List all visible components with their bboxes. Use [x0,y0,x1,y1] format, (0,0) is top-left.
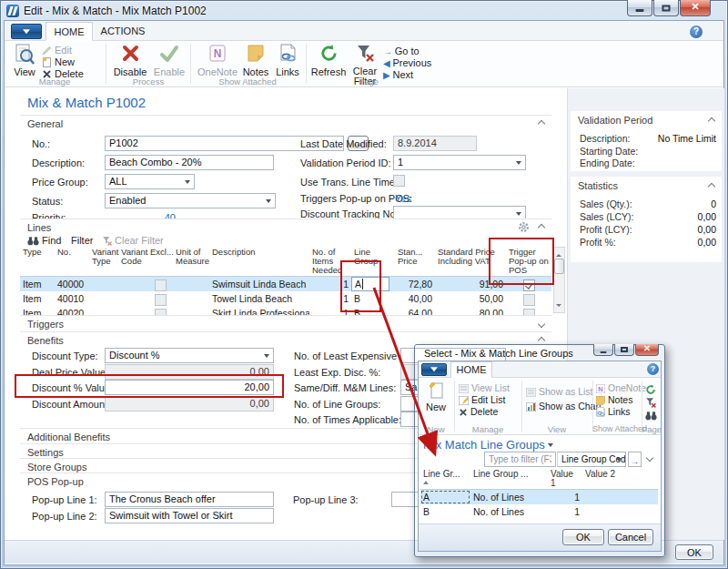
popup-show-as-list-button[interactable]: Show as List [526,386,593,398]
section-header-lines[interactable]: Lines [20,218,551,234]
popup-application-menu-button[interactable] [421,363,447,376]
close-button[interactable]: ✕ [680,0,711,16]
tab-home[interactable]: HOME [46,22,93,41]
main-ok-button[interactable]: OK [675,544,713,560]
maximize-button[interactable] [653,0,679,16]
col-stan-price[interactable]: Stan... Price [395,247,435,277]
minimize-button[interactable] [627,0,652,16]
links-button[interactable]: Links [273,44,302,77]
popup-filter-input[interactable] [484,452,556,467]
fb-sales-lcy-value[interactable]: 0,00 [698,211,716,222]
popup-minimize-button[interactable] [593,344,613,356]
new-button[interactable]: New [42,56,75,68]
status-select[interactable]: Enabled [105,193,276,208]
col-trigger-popup[interactable]: Trigger Pop-up on POS [506,247,551,277]
popup-view-list-button[interactable]: View List [459,382,510,394]
popup-page-title: Mix Match Line Groups [423,438,553,452]
popup-table-row[interactable]: B No. of Lines 1 [420,504,658,519]
enable-button[interactable]: Enable [151,44,187,77]
lines-filter-button[interactable]: Filter [71,235,93,247]
triggers-popup-value[interactable]: Yes [395,193,411,205]
use-trans-checkbox[interactable] [393,175,405,187]
line-group-editor[interactable]: A [351,277,389,291]
lines-clear-filter-button[interactable]: Clear Filter [102,235,164,247]
popup-find-button[interactable] [645,408,657,424]
col-variant-code[interactable]: Variant Code [118,247,147,277]
col-description[interactable]: Description [209,247,309,277]
popup-new-button[interactable]: New [421,381,450,412]
popup-delete-button[interactable]: Delete [459,406,498,418]
trigger-checkbox[interactable] [523,279,535,291]
collapse-lines-icon[interactable] [538,224,545,231]
edit-button[interactable]: Edit [42,45,72,56]
col-type[interactable]: Type [20,247,55,277]
view-button[interactable]: View [9,44,40,77]
popup-show-as-chart-button[interactable]: Show as Chart [526,401,602,412]
scroll-up-icon[interactable] [556,251,561,257]
popup-col-value1[interactable]: Value 1 [548,469,582,490]
discount-type-select[interactable]: Discount % [105,348,274,363]
col-line-group[interactable]: Line Group [351,247,395,277]
popup-notes-button[interactable]: Notes [596,394,632,406]
popup-filter-go-button[interactable]: → [628,452,642,467]
application-menu-button[interactable] [11,24,42,39]
description-field[interactable]: Beach Combo - 20% [105,155,274,170]
collapse-validation-period-icon[interactable] [708,117,715,125]
new-icon [421,381,450,400]
table-row[interactable]: Item40000 Swimsuit Linda Beach 1 A 72,80… [20,277,551,292]
popup-onenote-button[interactable]: NOneNote [596,382,646,394]
discount-pct-field[interactable]: 20,00 [105,380,274,395]
disable-button[interactable]: Disable [111,44,149,77]
col-price-vat[interactable]: Standard Price Including VAT [435,247,506,277]
popup-filter-field-select[interactable]: Line Group Code [557,452,626,467]
tab-actions[interactable]: ACTIONS [95,22,151,41]
previous-icon: ◀ [383,58,392,68]
refresh-button[interactable]: Refresh [309,44,348,77]
popup-maximize-button[interactable] [614,344,634,356]
collapse-statistics-icon[interactable] [708,183,715,190]
fb-sales-qty-value[interactable]: 0 [711,198,716,209]
goto-button[interactable]: → Go to [383,46,420,57]
notes-button[interactable]: Notes [240,44,271,77]
popup-line1-field[interactable]: The Cronus Beach offer [105,492,274,507]
lines-find-button[interactable]: Find [27,235,61,247]
help-icon[interactable]: ? [690,25,703,38]
excl-checkbox[interactable] [155,279,167,291]
col-excl[interactable]: Excl... [147,247,173,277]
previous-button[interactable]: ◀ Previous [383,57,431,69]
col-items-needed[interactable]: No. of Items Needed [309,247,351,277]
popup-tab-home[interactable]: HOME [450,361,492,378]
col-no[interactable]: No. [55,247,89,277]
price-group-select[interactable]: ALL [105,174,195,189]
lines-header-row[interactable]: Type No. Variant Type Variant Code Excl.… [20,247,551,277]
onenote-button[interactable]: N OneNote [195,44,240,77]
popup-col-line-group-type[interactable]: Line Group ... [470,469,548,490]
popup-links-button[interactable]: Links [596,406,631,418]
popup-ok-button[interactable]: OK [562,529,604,545]
popup-edit-list-button[interactable]: Edit List [459,394,505,406]
scroll-down-icon[interactable] [556,304,561,310]
popup-group-label-new: New [418,424,454,434]
collapse-general-icon[interactable] [538,120,545,127]
col-unit-of-measure[interactable]: Unit of Measure [173,247,209,277]
popup-line2-field[interactable]: Swimsuit with Towel or Skirt [105,508,274,523]
trigger-checkbox[interactable] [523,294,535,306]
section-header-triggers[interactable]: Triggers [20,315,551,330]
section-header-general[interactable]: General [20,115,551,130]
gear-icon[interactable] [518,221,530,235]
validation-period-id-select[interactable]: 1 [393,155,526,170]
col-variant-type[interactable]: Variant Type [89,247,118,277]
table-row[interactable]: Item40010 Towel Linda Beach 1 B 40,00 50… [20,291,551,306]
popup-close-button[interactable]: ✕ [635,344,659,356]
expand-triggers-icon[interactable] [538,320,545,328]
scrollbar-thumb[interactable] [554,259,564,274]
popup-header-row[interactable]: Line Gr... Line Group ... Value 1 Value … [420,469,658,490]
popup-col-line-group-code[interactable]: Line Gr... [420,469,470,490]
popup-help-icon[interactable]: ? [647,363,659,375]
popup-cancel-button[interactable]: Cancel [608,529,653,545]
popup-col-value2[interactable]: Value 2 [582,469,642,490]
collapse-benefits-icon[interactable] [538,337,545,344]
popup-title-dropdown-icon[interactable] [548,443,553,447]
popup-table-row[interactable]: A No. of Lines 1 [420,490,658,504]
excl-checkbox[interactable] [155,294,167,306]
